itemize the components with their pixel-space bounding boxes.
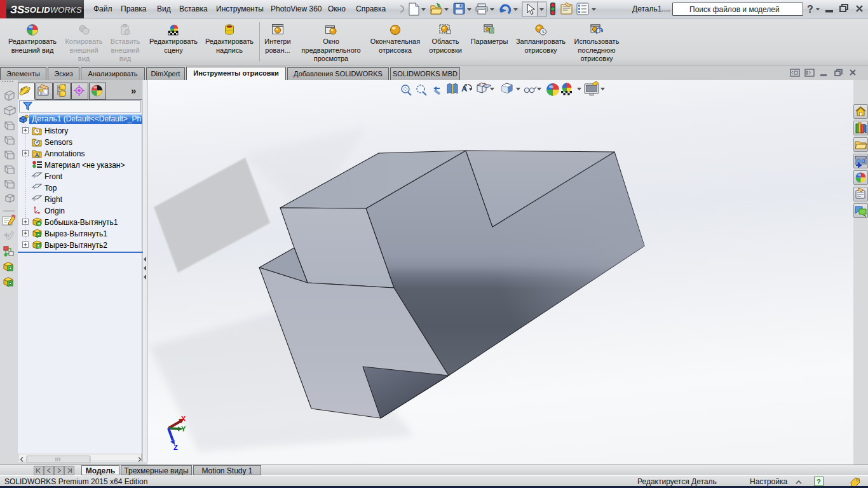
svg-text:ЗS: ЗS <box>10 4 25 16</box>
svg-text:X: X <box>181 415 186 423</box>
svg-text:Y: Y <box>181 425 186 433</box>
svg-text:SOLIDWORKS: SOLIDWORKS <box>24 5 82 15</box>
svg-text:A: A <box>35 152 39 158</box>
svg-text:Z: Z <box>173 444 178 451</box>
svg-text:?: ? <box>807 4 813 15</box>
svg-text:?: ? <box>817 478 821 485</box>
